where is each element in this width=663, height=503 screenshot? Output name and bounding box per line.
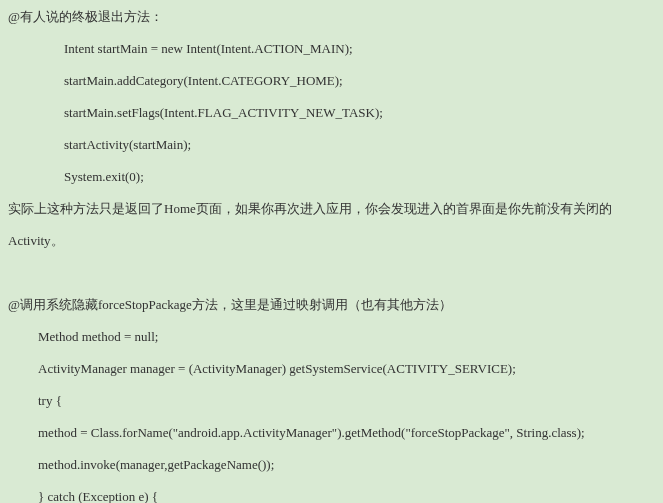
code-line: } catch (Exception e) { (8, 484, 655, 503)
code-line: Method method = null; (8, 324, 655, 350)
blank-line (8, 260, 655, 286)
code-line: System.exit(0); (8, 164, 655, 190)
code-line: startActivity(startMain); (8, 132, 655, 158)
code-line: try { (8, 388, 655, 414)
code-line: Intent startMain = new Intent(Intent.ACT… (8, 36, 655, 62)
section1-heading: @有人说的终极退出方法： (8, 4, 655, 30)
code-line: method.invoke(manager,getPackageName()); (8, 452, 655, 478)
code-line: startMain.setFlags(Intent.FLAG_ACTIVITY_… (8, 100, 655, 126)
section1-note-line2: Activity。 (8, 228, 655, 254)
code-line: method = Class.forName("android.app.Acti… (8, 420, 655, 446)
code-line: startMain.addCategory(Intent.CATEGORY_HO… (8, 68, 655, 94)
section2-heading: @调用系统隐藏forceStopPackage方法，这里是通过映射调用（也有其他… (8, 292, 655, 318)
section1-note-line1: 实际上这种方法只是返回了Home页面，如果你再次进入应用，你会发现进入的首界面是… (8, 196, 655, 222)
code-line: ActivityManager manager = (ActivityManag… (8, 356, 655, 382)
document-body: @有人说的终极退出方法： Intent startMain = new Inte… (0, 0, 663, 503)
